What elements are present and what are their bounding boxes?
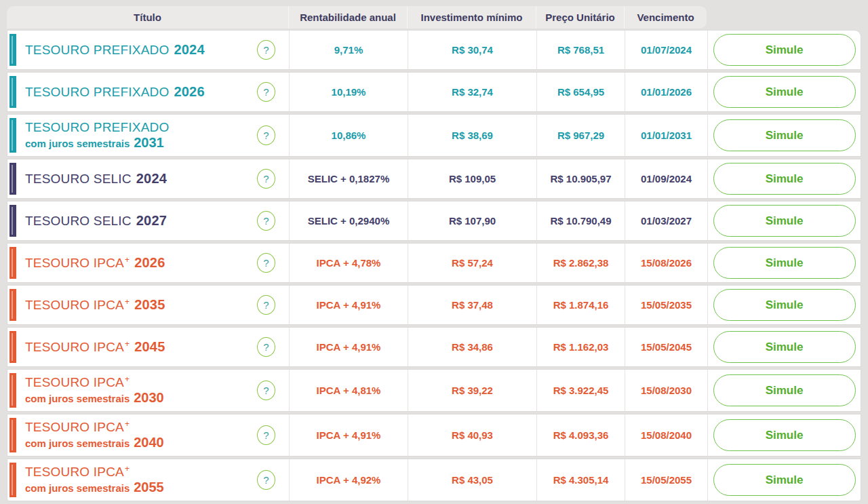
- maturity-date: 01/03/2027: [625, 201, 707, 240]
- unit-price-value: R$ 1.874,16: [536, 286, 625, 324]
- simule-cell: Simule: [707, 370, 861, 411]
- help-icon[interactable]: ?: [257, 425, 275, 445]
- help-icon[interactable]: ?: [257, 40, 275, 60]
- min-investment-value: R$ 107,90: [408, 201, 536, 240]
- bond-title: TESOURO IPCA+ com juros semestrais2040: [25, 420, 257, 451]
- bond-title-cell: TESOURO SELIC2027 ?: [7, 201, 289, 240]
- help-icon[interactable]: ?: [257, 211, 275, 231]
- min-investment-value: R$ 40,93: [408, 414, 536, 456]
- bond-title: TESOURO IPCA+2035: [25, 297, 257, 313]
- bond-title-cell: TESOURO IPCA+ com juros semestrais2040 ?: [7, 414, 289, 456]
- maturity-date: 01/01/2031: [625, 115, 707, 156]
- annual-rate-value: SELIC + 0,2940%: [289, 201, 408, 240]
- help-icon[interactable]: ?: [257, 381, 275, 400]
- bond-year: 2026: [134, 255, 165, 270]
- min-investment-value: R$ 38,69: [408, 115, 536, 156]
- simule-cell: Simule: [707, 286, 861, 324]
- annual-rate-value: 9,71%: [289, 31, 408, 69]
- maturity-date: 01/09/2024: [625, 159, 707, 198]
- simule-button[interactable]: Simule: [713, 119, 856, 151]
- bond-year: 2024: [174, 42, 204, 57]
- help-icon[interactable]: ?: [257, 125, 275, 145]
- column-header-titulo: Título: [7, 6, 288, 28]
- bond-color-bar: [9, 373, 16, 408]
- column-header-investimento: Investimento mínimo: [407, 6, 536, 28]
- bond-title: TESOURO PREFIXADO2024: [25, 42, 257, 58]
- simule-button[interactable]: Simule: [713, 205, 856, 237]
- column-header-preco: Preço Unitário: [536, 6, 624, 28]
- min-investment-value: R$ 57,24: [408, 244, 536, 282]
- bond-subtitle: com juros semestrais: [25, 438, 130, 449]
- annual-rate-value: IPCA + 4,92%: [289, 459, 408, 501]
- bond-plus-superscript: +: [125, 374, 130, 384]
- simule-cell: Simule: [707, 459, 861, 501]
- bond-year: 2024: [136, 171, 167, 186]
- annual-rate-value: IPCA + 4,81%: [289, 370, 408, 411]
- help-icon[interactable]: ?: [257, 470, 275, 490]
- simule-cell: Simule: [707, 159, 861, 198]
- bond-title-cell: TESOURO PREFIXADO com juros semestrais20…: [7, 115, 289, 156]
- table-row: TESOURO IPCA+ com juros semestrais2030 ?…: [7, 369, 861, 412]
- bond-title: TESOURO IPCA+2026: [25, 255, 257, 271]
- simule-button[interactable]: Simule: [713, 419, 856, 451]
- simule-button[interactable]: Simule: [713, 34, 856, 66]
- annual-rate-value: IPCA + 4,91%: [289, 414, 408, 456]
- simule-button[interactable]: Simule: [713, 76, 856, 108]
- bond-year: 2040: [134, 435, 164, 450]
- maturity-date: 15/08/2040: [625, 414, 707, 456]
- bond-subtitle: com juros semestrais: [25, 138, 130, 149]
- bond-color-bar: [9, 118, 16, 153]
- table-row: TESOURO IPCA+ com juros semestrais2040 ?…: [7, 414, 861, 457]
- bond-title-cell: TESOURO IPCA+2035 ?: [7, 286, 289, 324]
- column-header-vencimento: Vencimento: [624, 6, 707, 28]
- bond-year: 2035: [134, 297, 165, 312]
- simule-button[interactable]: Simule: [713, 331, 856, 363]
- simule-button[interactable]: Simule: [713, 163, 856, 195]
- annual-rate-value: IPCA + 4,91%: [289, 328, 408, 366]
- table-row: TESOURO IPCA+2026 ? IPCA + 4,78% R$ 57,2…: [7, 243, 861, 283]
- bond-table: Título Rentabilidade anual Investimento …: [7, 6, 861, 501]
- bond-plus-superscript: +: [125, 419, 130, 429]
- maturity-date: 15/08/2030: [625, 370, 707, 411]
- bond-subtitle: com juros semestrais: [25, 393, 130, 404]
- bond-name: TESOURO IPCA: [25, 340, 124, 354]
- bond-title-cell: TESOURO PREFIXADO2024 ?: [7, 31, 289, 69]
- bond-title: TESOURO IPCA+ com juros semestrais2055: [25, 465, 257, 496]
- bond-year: 2026: [174, 84, 204, 99]
- table-body: TESOURO PREFIXADO2024 ? 9,71% R$ 30,74 R…: [7, 30, 861, 501]
- simule-cell: Simule: [707, 414, 861, 456]
- annual-rate-value: 10,86%: [289, 115, 408, 156]
- bond-title: TESOURO SELIC2027: [25, 213, 257, 229]
- bond-year: 2045: [134, 339, 165, 354]
- min-investment-value: R$ 34,86: [408, 328, 536, 366]
- bond-name: TESOURO PREFIXADO: [25, 43, 169, 57]
- table-header: Título Rentabilidade anual Investimento …: [7, 6, 707, 28]
- bond-plus-superscript: +: [125, 339, 130, 349]
- help-icon[interactable]: ?: [257, 82, 275, 102]
- unit-price-value: R$ 654,95: [536, 73, 625, 111]
- column-header-rentabilidade: Rentabilidade anual: [288, 6, 407, 28]
- bond-title: TESOURO IPCA+2045: [25, 339, 257, 355]
- simule-button[interactable]: Simule: [713, 289, 856, 321]
- simule-cell: Simule: [707, 31, 861, 69]
- unit-price-value: R$ 3.922,45: [536, 370, 625, 411]
- bond-name: TESOURO SELIC: [25, 172, 132, 186]
- simule-button[interactable]: Simule: [713, 374, 856, 406]
- help-icon[interactable]: ?: [257, 253, 275, 273]
- bond-year: 2030: [134, 390, 164, 405]
- min-investment-value: R$ 30,74: [408, 31, 536, 69]
- simule-button[interactable]: Simule: [713, 464, 856, 496]
- unit-price-value: R$ 768,51: [536, 31, 625, 69]
- table-row: TESOURO PREFIXADO com juros semestrais20…: [7, 114, 861, 157]
- bond-color-bar: [9, 289, 16, 321]
- help-icon[interactable]: ?: [257, 295, 275, 315]
- simule-cell: Simule: [707, 115, 861, 156]
- simule-button[interactable]: Simule: [713, 247, 856, 279]
- annual-rate-value: IPCA + 4,91%: [289, 286, 408, 324]
- help-icon[interactable]: ?: [257, 169, 275, 189]
- bond-color-bar: [9, 463, 16, 497]
- help-icon[interactable]: ?: [257, 337, 275, 357]
- bond-plus-superscript: +: [125, 255, 130, 265]
- min-investment-value: R$ 32,74: [408, 73, 536, 111]
- unit-price-value: R$ 10.790,49: [536, 201, 625, 240]
